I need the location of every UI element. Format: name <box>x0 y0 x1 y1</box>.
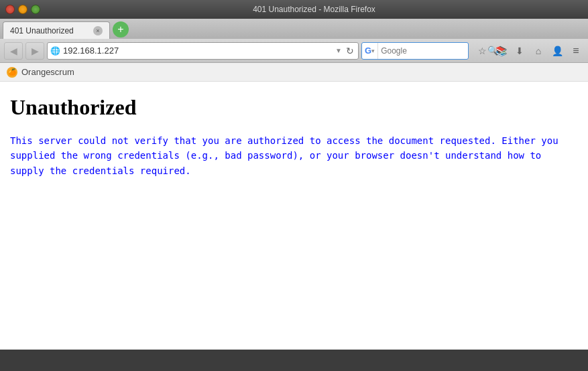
window-controls <box>5 5 40 14</box>
window-title: 401 Unauthorized - Mozilla Firefox <box>46 5 583 14</box>
close-window-button[interactable] <box>5 5 15 14</box>
home-button[interactable]: ⌂ <box>530 43 546 59</box>
orangescrum-favicon: 🍊 <box>7 67 17 78</box>
tab-close-button[interactable]: × <box>93 26 103 35</box>
titlebar: 401 Unauthorized - Mozilla Firefox <box>0 0 588 19</box>
active-tab[interactable]: 401 Unauthorized × <box>3 21 110 39</box>
minimize-window-button[interactable] <box>18 5 27 14</box>
bookmarks-bar: 🍊 Orangescrum <box>0 63 588 82</box>
maximize-window-button[interactable] <box>31 5 40 14</box>
forward-button[interactable]: ▶ <box>25 42 44 60</box>
back-button[interactable]: ◀ <box>4 42 23 60</box>
tabbar: 401 Unauthorized × + <box>0 19 588 39</box>
globe-icon: 🌐 <box>50 46 60 56</box>
download-button[interactable]: ⬇ <box>512 43 528 59</box>
profiles-button[interactable]: 👤 <box>549 43 565 59</box>
page-heading: Unauthorized <box>10 95 578 120</box>
search-engine-icon[interactable]: G ▾ <box>362 43 378 59</box>
address-bar[interactable]: 🌐 ▼ ↻ <box>47 42 359 60</box>
search-input[interactable] <box>378 46 484 56</box>
tab-label: 401 Unauthorized <box>10 26 74 35</box>
address-dropdown-icon[interactable]: ▼ <box>335 47 342 54</box>
address-input[interactable] <box>63 46 333 56</box>
navbar: ◀ ▶ 🌐 ▼ ↻ G ▾ 🔍 ☆ 📚 ⬇ ⌂ 👤 ≡ <box>0 39 588 63</box>
page-content: Unauthorized This server could not verif… <box>0 82 588 350</box>
library-button[interactable]: 📚 <box>493 43 509 59</box>
page-body-text: This server could not verify that you ar… <box>10 133 573 178</box>
menu-button[interactable]: ≡ <box>568 43 584 59</box>
forward-icon: ▶ <box>32 46 39 56</box>
new-tab-button[interactable]: + <box>113 21 129 38</box>
search-bar[interactable]: G ▾ 🔍 <box>361 42 469 60</box>
orangescrum-bookmark[interactable]: Orangescrum <box>21 67 74 77</box>
google-icon: G <box>365 46 371 56</box>
reload-button[interactable]: ↻ <box>345 46 355 56</box>
bookmark-star-button[interactable]: ☆ <box>474 43 490 59</box>
nav-icons: ☆ 📚 ⬇ ⌂ 👤 ≡ <box>474 43 584 59</box>
search-dropdown-icon[interactable]: ▾ <box>371 48 375 54</box>
back-icon: ◀ <box>10 46 17 56</box>
